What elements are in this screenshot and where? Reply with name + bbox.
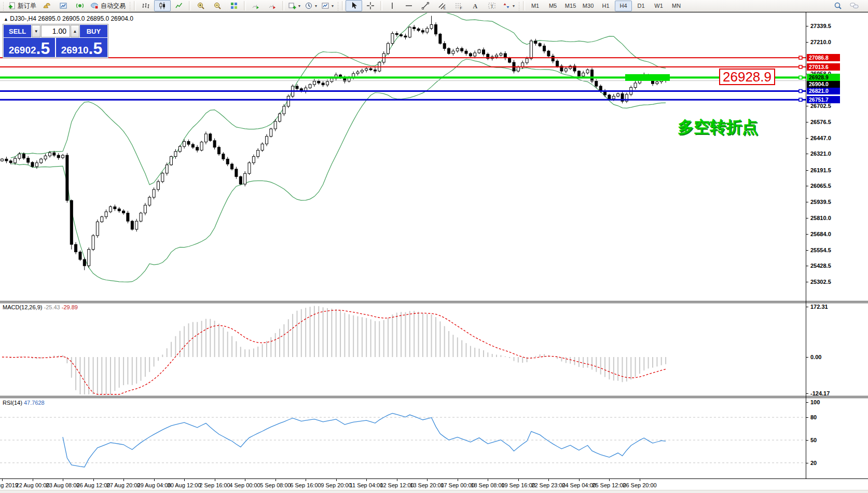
- timeframe-button-M15[interactable]: M15: [562, 1, 579, 11]
- timeframe-button-W1[interactable]: W1: [650, 1, 667, 11]
- arrows-dropdown-button[interactable]: ▾: [500, 0, 517, 11]
- toolbar-separator: [342, 1, 344, 10]
- timeframe-button-M5[interactable]: M5: [544, 1, 561, 11]
- macd-panel[interactable]: [0, 303, 806, 396]
- symbol-period-label: DJ30-,H4: [10, 15, 36, 22]
- template-icon: [321, 2, 329, 10]
- time-axis-tick: [33, 479, 33, 481]
- macd-main-value: -25.43: [44, 304, 60, 310]
- buy-button[interactable]: BUY: [80, 25, 107, 37]
- volume-increase-button[interactable]: ▲: [71, 25, 79, 37]
- search-button[interactable]: [830, 0, 846, 11]
- volume-decrease-button[interactable]: ▼: [32, 25, 40, 37]
- axis-tick: [806, 42, 808, 43]
- toolbar-grip[interactable]: [129, 1, 131, 10]
- svg-text:A: A: [473, 3, 478, 10]
- time-axis-label: 22 Aug 00:00: [16, 482, 50, 488]
- text-label-button[interactable]: T: [484, 0, 500, 11]
- time-axis-tick: [427, 479, 428, 481]
- time-axis-tick: [397, 479, 397, 481]
- new-chart-dropdown-button[interactable]: ▾: [286, 0, 302, 11]
- rsi-value: 47.7628: [24, 400, 45, 406]
- periods-dropdown-button[interactable]: ▾: [302, 0, 319, 11]
- axis-tick-label: 27339.5: [810, 23, 831, 29]
- toolbar-separator: [189, 1, 191, 10]
- charts-window-button[interactable]: [55, 0, 72, 11]
- trendline-button[interactable]: [417, 0, 434, 11]
- axis-tick-label: 20: [810, 460, 817, 466]
- auto-scroll-button[interactable]: [247, 0, 264, 11]
- toolbar-separator: [282, 1, 284, 10]
- time-axis-label: 18 Sep 08:00: [471, 482, 504, 488]
- axis-tick: [806, 266, 808, 266]
- chat-icon: [850, 2, 859, 10]
- time-axis-label: 24 Sep 04:00: [562, 482, 596, 488]
- crosshair-button[interactable]: [362, 0, 379, 11]
- bar-chart-icon: [142, 2, 150, 10]
- timeframe-button-M1[interactable]: M1: [527, 1, 544, 11]
- vertical-line-button[interactable]: [384, 0, 401, 11]
- volume-input[interactable]: [41, 25, 70, 37]
- toolbar-grip[interactable]: [2, 1, 5, 10]
- zoom-in-button[interactable]: [192, 0, 209, 11]
- zoom-out-button[interactable]: [209, 0, 226, 11]
- time-axis-label: 6 Sep 16:00: [290, 482, 321, 488]
- zoom-out-icon: [213, 2, 222, 10]
- rsi-panel[interactable]: [0, 398, 806, 478]
- symbol-header: ▲ DJ30-,H4 26895.0 26905.0 26895.0 26904…: [4, 15, 133, 22]
- axis-tick-label: 0.00: [810, 354, 821, 360]
- bar-chart-button[interactable]: [137, 0, 154, 11]
- chat-button[interactable]: [846, 0, 863, 11]
- sell-price-display[interactable]: 26902.5: [4, 38, 55, 57]
- auto-trading-button[interactable]: 自动交易: [88, 0, 128, 11]
- timeframe-button-H1[interactable]: H1: [597, 1, 614, 11]
- chart-shift-button[interactable]: [264, 0, 281, 11]
- price-axis[interactable]: 27339.527210.026958.026702.526576.526447…: [806, 12, 868, 478]
- buy-price-display[interactable]: 26910.5: [56, 38, 107, 57]
- templates-dropdown-button[interactable]: ▾: [319, 0, 336, 11]
- time-axis-label: 27 Aug 20:00: [107, 482, 141, 488]
- text-button[interactable]: A: [467, 0, 484, 11]
- main-price-chart[interactable]: [0, 13, 806, 302]
- market-watch-button[interactable]: [38, 0, 55, 11]
- crosshair-icon: [366, 2, 375, 10]
- horizontal-line-button[interactable]: [401, 0, 417, 11]
- timeframe-button-MN[interactable]: MN: [668, 1, 685, 11]
- tile-windows-button[interactable]: [226, 0, 242, 11]
- axis-tick-label: -124.17: [810, 390, 830, 396]
- gold-icon: [43, 2, 51, 10]
- time-axis-label: 22 Sep 23:00: [531, 482, 565, 488]
- cursor-button[interactable]: [346, 0, 362, 11]
- rsi-indicator-label: RSI(14) 47.7628: [3, 400, 45, 406]
- sell-button[interactable]: SELL: [4, 25, 31, 37]
- line-chart-button[interactable]: [171, 0, 187, 11]
- time-axis-label: 26 Sep 20:00: [623, 482, 656, 488]
- time-axis-tick: [154, 479, 155, 481]
- timeframe-button-D1[interactable]: D1: [632, 1, 650, 11]
- timeframe-button-M30[interactable]: M30: [580, 1, 597, 11]
- toolbar-grip[interactable]: [518, 1, 520, 10]
- axis-tick-label: 26065.5: [810, 183, 831, 189]
- time-axis-label: 19 Sep 16:00: [501, 482, 535, 488]
- timeframe-button-H4[interactable]: H4: [615, 1, 632, 11]
- equidistant-channel-button[interactable]: E: [434, 0, 450, 11]
- time-axis-label: 26 Aug 12:00: [77, 482, 111, 488]
- charts-window-icon: [59, 2, 67, 10]
- time-axis-tick: [488, 479, 488, 481]
- signal-button[interactable]: [72, 0, 88, 11]
- axis-tick-label: 25302.5: [810, 279, 831, 285]
- auto-trading-label: 自动交易: [101, 2, 126, 10]
- price-callout-label[interactable]: 26928.9: [719, 69, 775, 85]
- chart-annotation-text[interactable]: 多空转折点: [678, 116, 758, 138]
- toolbar-grip[interactable]: [337, 1, 339, 10]
- collapse-marker-icon[interactable]: ▲: [4, 17, 8, 22]
- time-axis-label: 29 Aug 04:00: [137, 482, 171, 488]
- new-order-button[interactable]: 新订单: [6, 0, 38, 11]
- clock-icon: [305, 2, 313, 10]
- candlestick-chart-button[interactable]: [154, 0, 171, 11]
- fibonacci-button[interactable]: F: [450, 0, 467, 11]
- time-axis-tick: [548, 479, 549, 481]
- timeframe-group: M1M5M15M30H1H4D1W1MN: [527, 1, 685, 11]
- axis-tick-label: 25810.0: [810, 215, 831, 221]
- tile-windows-icon: [230, 2, 238, 10]
